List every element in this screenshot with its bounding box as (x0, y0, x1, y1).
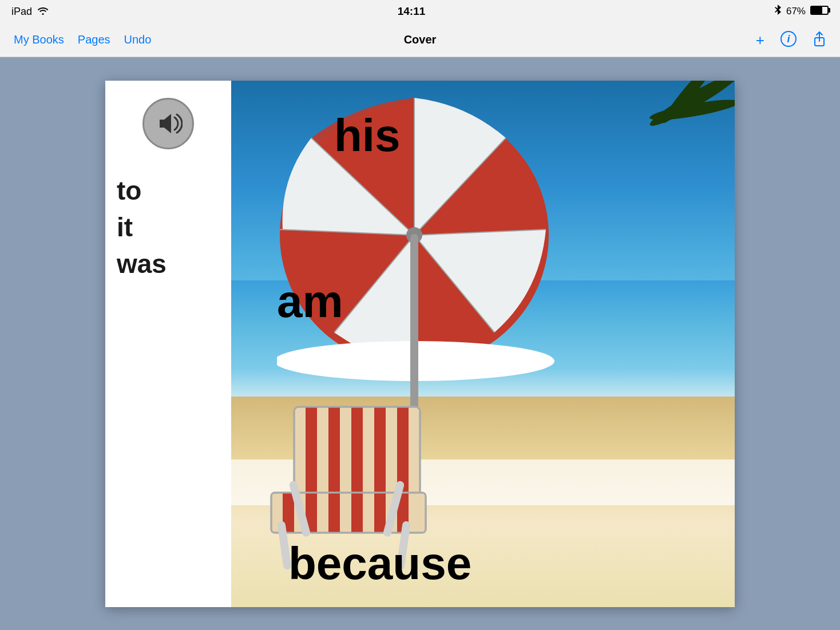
word-his-overlay: his (334, 109, 401, 162)
my-books-button[interactable]: My Books (14, 33, 64, 46)
battery-percent: 67% (786, 6, 806, 17)
image-area: his am because (231, 81, 735, 607)
nav-bar: My Books Pages Undo Cover + i (0, 23, 840, 57)
word-because-overlay: because (288, 537, 471, 590)
battery-icon (810, 6, 829, 18)
umbrella-svg (277, 92, 563, 424)
audio-button[interactable] (142, 98, 194, 149)
svg-rect-25 (328, 493, 340, 533)
sidebar: to it was (105, 81, 231, 607)
word-to: to (117, 172, 141, 209)
status-bar: iPad 14:11 67% (0, 0, 840, 23)
status-left: iPad (11, 6, 49, 18)
word-am-overlay: am (277, 275, 343, 328)
word-it: it (117, 209, 133, 245)
umbrella (277, 92, 574, 435)
svg-rect-14 (410, 234, 418, 423)
add-button[interactable]: + (756, 33, 764, 47)
device-label: iPad (11, 6, 32, 18)
word-was: was (117, 245, 167, 282)
nav-right: + i (756, 31, 826, 49)
info-button[interactable]: i (780, 31, 797, 49)
svg-rect-27 (374, 493, 386, 533)
nav-title: Cover (404, 33, 437, 46)
status-right: 67% (774, 5, 829, 19)
time-display: 14:11 (398, 5, 426, 18)
word-list: to it was (105, 172, 231, 283)
book-page: to it was (105, 81, 735, 607)
wifi-icon (37, 6, 49, 18)
beach-scene: his am because (231, 81, 735, 607)
main-content: to it was (0, 57, 840, 630)
pages-button[interactable]: Pages (78, 33, 110, 46)
bluetooth-icon (774, 5, 782, 19)
nav-left: My Books Pages Undo (14, 33, 151, 46)
svg-text:i: i (787, 33, 790, 45)
svg-rect-26 (351, 493, 363, 533)
palm-leaves (620, 81, 735, 167)
undo-button[interactable]: Undo (124, 33, 152, 46)
share-button[interactable] (813, 31, 826, 49)
